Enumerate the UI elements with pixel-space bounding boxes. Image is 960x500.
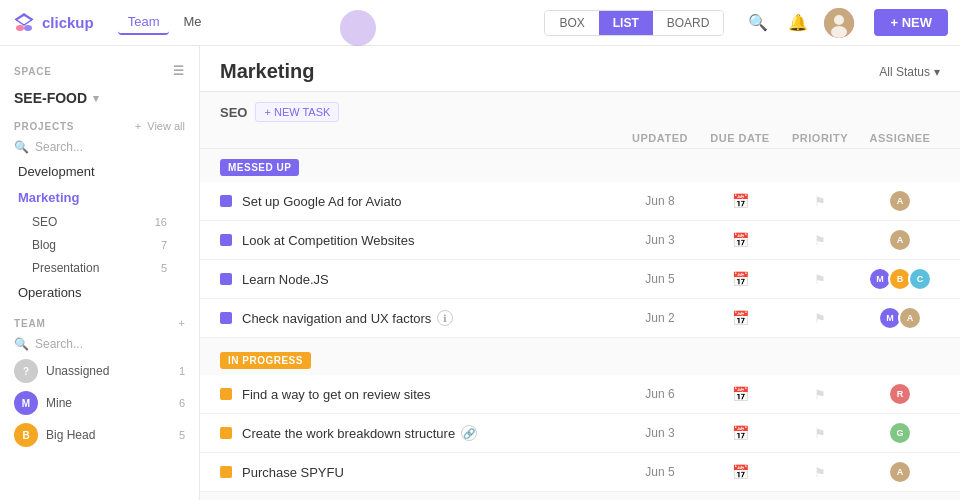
task-row-1[interactable]: Set up Google Ad for Aviato Jun 8 📅 ⚑ A [200, 182, 960, 221]
task-priority-4: ⚑ [780, 311, 860, 326]
task-row-6[interactable]: Create the work breakdown structure 🔗 Ju… [200, 414, 960, 453]
task-status-dot [220, 427, 232, 439]
task-due-4: 📅 [700, 310, 780, 326]
space-icon[interactable]: ☰ [173, 64, 185, 78]
page-title: Marketing [220, 60, 314, 83]
new-button[interactable]: + NEW [874, 9, 948, 36]
assignee-avatars-4: M A [878, 306, 922, 330]
priority-flag-icon: ⚑ [814, 272, 826, 287]
section-label-messed-up: MESSED UP [200, 149, 960, 182]
add-team-icon[interactable]: + [179, 317, 185, 329]
priority-flag-icon: ⚑ [814, 387, 826, 402]
team-search-icon: 🔍 [14, 337, 29, 351]
section-messed-up: MESSED UP Set up Google Ad for Aviato Ju… [200, 149, 960, 338]
task-due-7: 📅 [700, 464, 780, 480]
sidebar-item-development[interactable]: Development [4, 159, 195, 184]
task-status-dot [220, 273, 232, 285]
projects-actions: + View all [135, 120, 185, 132]
task-row-3[interactable]: Learn Node.JS Jun 5 📅 ⚑ M B C [200, 260, 960, 299]
table-header: UPDATED DUE DATE PRIORITY ASSIGNEE [200, 128, 960, 149]
calendar-icon: 📅 [732, 425, 749, 441]
view-tab-board[interactable]: BOARD [653, 11, 724, 35]
th-updated: UPDATED [620, 132, 700, 144]
task-due-6: 📅 [700, 425, 780, 441]
tab-team[interactable]: Team [118, 10, 170, 35]
sidebar-item-marketing[interactable]: Marketing [4, 185, 195, 210]
add-project-icon[interactable]: + [135, 120, 141, 132]
space-name[interactable]: SEE-FOOD ▾ [0, 84, 199, 116]
sidebar-subitem-presentation[interactable]: Presentation 5 [4, 257, 195, 279]
task-name-3: Learn Node.JS [242, 272, 620, 287]
view-all-link[interactable]: View all [147, 120, 185, 132]
unassigned-avatar: ? [14, 359, 38, 383]
search-icon[interactable]: 🔍 [744, 9, 772, 37]
task-assignee-5: R [860, 382, 940, 406]
team-member-bighead[interactable]: B Big Head 5 [0, 419, 199, 451]
space-section: SPACE ☰ [0, 58, 199, 84]
view-tab-box[interactable]: BOX [545, 11, 598, 35]
sidebar-subitem-seo[interactable]: SEO 16 [4, 211, 195, 233]
avatar: A [888, 228, 912, 252]
th-due-date: DUE DATE [700, 132, 780, 144]
task-priority-2: ⚑ [780, 233, 860, 248]
search-icon: 🔍 [14, 140, 29, 154]
avatar: R [888, 382, 912, 406]
calendar-icon: 📅 [732, 386, 749, 402]
content-header: Marketing All Status ▾ [200, 46, 960, 92]
view-tabs: BOX LIST BOARD [544, 10, 724, 36]
notification-icon[interactable]: 🔔 [784, 9, 812, 37]
task-assignee-3: M B C [860, 267, 940, 291]
task-due-3: 📅 [700, 271, 780, 287]
task-due-1: 📅 [700, 193, 780, 209]
calendar-icon: 📅 [732, 310, 749, 326]
calendar-icon: 📅 [732, 464, 749, 480]
priority-flag-icon: ⚑ [814, 426, 826, 441]
task-updated-2: Jun 3 [620, 233, 700, 247]
task-status-dot [220, 234, 232, 246]
svg-point-3 [834, 15, 844, 25]
team-search[interactable]: 🔍 Search... [0, 333, 199, 355]
task-status-dot [220, 312, 232, 324]
team-member-mine[interactable]: M Mine 6 [0, 387, 199, 419]
task-updated-6: Jun 3 [620, 426, 700, 440]
view-tab-list[interactable]: LIST [599, 11, 653, 35]
tab-me[interactable]: Me [173, 10, 211, 35]
task-name-6: Create the work breakdown structure 🔗 [242, 425, 620, 441]
th-priority: PRIORITY [780, 132, 860, 144]
team-section: TEAM + 🔍 Search... ? Unassigned 1 M Mine… [0, 313, 199, 451]
bighead-avatar: B [14, 423, 38, 447]
assignee-avatars-7: A [888, 460, 912, 484]
task-row-7[interactable]: Purchase SPYFU Jun 5 📅 ⚑ A [200, 453, 960, 492]
project-search[interactable]: 🔍 Search... [0, 136, 199, 158]
logo-text: clickup [42, 14, 94, 31]
user-avatar[interactable] [824, 8, 854, 38]
task-updated-1: Jun 8 [620, 194, 700, 208]
sidebar-subitem-blog[interactable]: Blog 7 [4, 234, 195, 256]
sidebar-item-operations[interactable]: Operations [4, 280, 195, 305]
task-row-2[interactable]: Look at Competition Websites Jun 3 📅 ⚑ A [200, 221, 960, 260]
priority-flag-icon: ⚑ [814, 233, 826, 248]
main-layout: SPACE ☰ SEE-FOOD ▾ PROJECTS + View all 🔍… [0, 46, 960, 500]
calendar-icon: 📅 [732, 271, 749, 287]
team-member-unassigned[interactable]: ? Unassigned 1 [0, 355, 199, 387]
svg-point-0 [16, 25, 24, 31]
task-row-5[interactable]: Find a way to get on review sites Jun 6 … [200, 375, 960, 414]
section-starting: STARTING [200, 496, 960, 500]
svg-point-4 [831, 26, 847, 38]
new-task-button[interactable]: + NEW TASK [255, 102, 339, 122]
task-name-4: Check navigation and UX factors ℹ [242, 310, 620, 326]
logo[interactable]: clickup [12, 11, 94, 35]
th-assignee: ASSIGNEE [860, 132, 940, 144]
priority-flag-icon: ⚑ [814, 194, 826, 209]
task-assignee-2: A [860, 228, 940, 252]
priority-flag-icon: ⚑ [814, 311, 826, 326]
nav-tabs: Team Me [118, 10, 212, 35]
avatar: G [888, 421, 912, 445]
task-name-5: Find a way to get on review sites [242, 387, 620, 402]
avatar: A [898, 306, 922, 330]
task-row-4[interactable]: Check navigation and UX factors ℹ Jun 2 … [200, 299, 960, 338]
assignee-avatars-3: M B C [868, 267, 932, 291]
status-filter[interactable]: All Status ▾ [879, 65, 940, 79]
info-icon: ℹ [437, 310, 453, 326]
task-updated-4: Jun 2 [620, 311, 700, 325]
